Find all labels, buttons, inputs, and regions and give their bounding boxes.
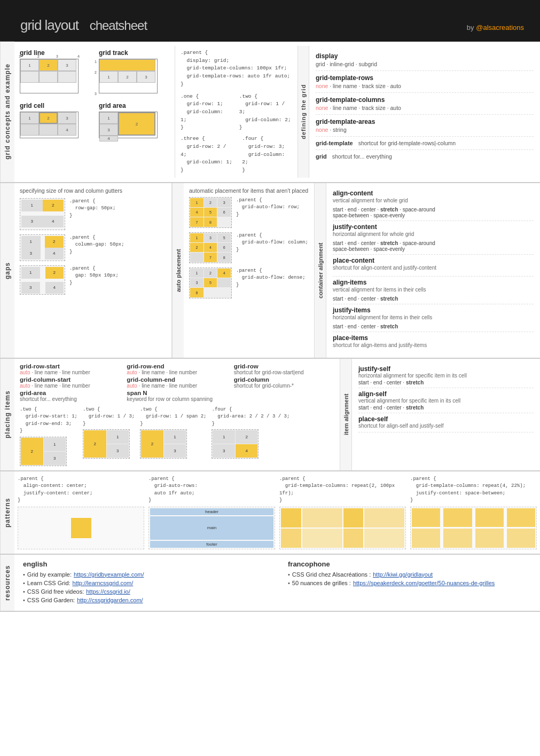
header: grid layout cheatsheet by @alsacreations	[0, 0, 540, 42]
gl-cell	[20, 71, 39, 83]
grid-track-title: grid track	[99, 49, 169, 57]
pattern-1-box	[71, 518, 91, 538]
placing-ex4-code: .four { grid-area: 2 / 2 / 3 / 3;}	[212, 406, 289, 428]
col-gap-example: 1 2 3 4 .parent { column-gap: 50px;}	[20, 234, 166, 261]
grid-col-end-vals: auto · line name · line number	[127, 383, 227, 389]
code-three: .three { grid-row: 2 / 4; grid-column: 1…	[181, 135, 233, 175]
section-label-patterns: patterns	[0, 471, 14, 554]
gaps-title: specifying size of row and column gutter…	[20, 187, 166, 194]
align-items-desc: vertical alignment for items in their ce…	[333, 287, 534, 293]
code-one-two: .one { grid-row: 1; grid-column: 1; } .t…	[181, 93, 292, 132]
grid-row-end-vals: auto · line name · line number	[127, 369, 227, 375]
place-items-row: place-items shortcut for align-items and…	[333, 332, 534, 353]
grid-col-desc: shortcut for grid-column-*	[234, 383, 334, 389]
justify-items-title: justify-items	[333, 306, 534, 314]
align-items-title: align-items	[333, 279, 534, 286]
res-link-gridbyexample: Grid by example: https://gridbyexample.c…	[23, 571, 267, 578]
grid-row-desc: shortcut for grid-row-start|end	[234, 369, 334, 375]
grid-col-prop: grid-column shortcut for grid-column-*	[234, 376, 334, 389]
gl-cell	[58, 71, 76, 83]
grid-row-prop: grid-row shortcut for grid-row-start|end	[234, 363, 334, 375]
top-demos: grid line 1 2 3 1 2 3	[20, 49, 169, 93]
span-n-title: span N	[127, 390, 227, 396]
placing-ex2-visual: 1 2 3	[83, 429, 130, 459]
justify-self-values: start · end · center · stretch	[358, 380, 534, 385]
res-link-speakerdeck: 50 nuances de grilles : https://speakerd…	[288, 580, 531, 586]
gaps-content: specifying size of row and column gutter…	[14, 183, 172, 358]
grid-track-visual: 1 2 3 1 2 3	[99, 59, 158, 93]
gtc-values: none · line name · track size · auto	[316, 105, 534, 111]
gt-desc: shortcut for grid-template-rows|-column	[358, 140, 456, 146]
res-link-learncssgrid: Learn CSS Grid: http://learncssgrid.com/	[23, 580, 267, 586]
cssgridgarden-link[interactable]: http://cssgridgarden.com/	[77, 597, 143, 603]
place-items-desc: shortcut for align-items and justify-ite…	[333, 342, 534, 348]
section-label-item-align: item alignment	[340, 359, 352, 470]
kiwi-link[interactable]: http://kiwi.gg/gridlayout	[373, 571, 433, 578]
gtr-title: grid-template-rows	[316, 74, 534, 82]
grid-track-demo: grid track 1 2 3 1 2 3	[99, 49, 169, 93]
author-link[interactable]: @alsacreations	[476, 23, 524, 32]
align-content-title: align-content	[333, 190, 534, 197]
res-link-cssgridio: CSS Grid free videos: https://cssgrid.io…	[23, 588, 267, 595]
place-items-title: place-items	[333, 334, 534, 342]
align-self-values: start · end · center · stretch	[358, 405, 534, 411]
auto-row-visual: 1 2 3 4 5 6 7 8	[189, 197, 232, 228]
placing-code-examples: .two { grid-row-start: 1; grid-row-end: …	[20, 406, 334, 466]
align-self-row: align-self vertical alignment for specif…	[358, 388, 534, 413]
grid-row-title: grid-row	[234, 363, 334, 369]
placing-ex4-visual: 1 2 3 4	[212, 429, 259, 459]
def-grid-row: grid shortcut for... everything	[316, 153, 534, 160]
display-title: display	[316, 52, 534, 60]
row-gap-example: 1 2 3 4 .parent { row-gap: 50px;}	[20, 198, 166, 230]
grid-area-desc: shortcut for... everything	[20, 396, 120, 402]
section-label-resources: resources	[0, 555, 14, 611]
g-key: grid	[316, 153, 327, 160]
page-title: grid layout cheatsheet	[16, 10, 147, 35]
justify-items-values: start · end · center · stretch	[333, 324, 534, 329]
gap-example: 1 2 3 4 .parent { gap: 50px 10px;}	[20, 265, 166, 295]
speakerdeck-link[interactable]: https://speakerdeck.com/goetter/50-nuanc…	[353, 580, 495, 586]
grid-cell-visual: 1 2 3 4	[20, 112, 79, 138]
place-content-row: place-content shortcut for align-content…	[333, 255, 534, 277]
grid-line-title: grid line	[20, 49, 90, 57]
col-gap-code: .parent { column-gap: 50px;}	[69, 234, 124, 256]
placing-content: grid-row-start auto · line name · line n…	[14, 359, 340, 470]
item-alignment-content: justify-self horizontal alignment for sp…	[352, 359, 540, 470]
container-alignment-content: align-content vertical alignment for who…	[326, 183, 540, 358]
gtr-values: none · line name · track size · auto	[316, 83, 534, 89]
pattern-3-code: .parent { grid-template-columns: repeat(…	[279, 476, 406, 505]
grid-col-start-vals: auto · line name · line number	[20, 383, 120, 389]
gl-cell: 3	[58, 59, 76, 71]
place-self-title: place-self	[358, 415, 534, 423]
grid-row-start-title: grid-row-start	[20, 363, 120, 369]
code-parent: .parent { display: grid; grid-template-c…	[181, 49, 292, 89]
header-title-group: grid layout cheatsheet	[16, 10, 147, 35]
pattern-4: .parent { grid-template-columns: repeat(…	[410, 476, 537, 549]
cssgridio-link[interactable]: https://cssgrid.io/	[86, 588, 130, 595]
learncssgrid-link[interactable]: http://learncssgrid.com/	[73, 580, 134, 586]
placing-ex2: .two { grid-row: 1 / 3;} 1 2 3	[83, 406, 135, 466]
grid-row-end-prop: grid-row-end auto · line name · line num…	[127, 363, 227, 375]
justify-self-row: justify-self horizontal alignment for sp…	[358, 363, 534, 388]
code-two-a: .two { grid-row: 1 / 3; grid-column: 2; …	[239, 93, 292, 132]
def-grid: grid shortcut for... everything	[316, 150, 534, 163]
placing-ex4: .four { grid-area: 2 / 2 / 3 / 3;} 1 2 3…	[212, 406, 289, 466]
def-grid-template-areas: grid-template-areas none · string	[316, 115, 534, 137]
auto-dense-example: 1 2 4 3 5 6 .parent { grid-auto-flow: de…	[189, 267, 309, 298]
def-special-row: grid-template shortcut for grid-template…	[316, 140, 534, 146]
gtc-title: grid-template-columns	[316, 96, 534, 104]
code-examples: .parent { display: grid; grid-template-c…	[175, 46, 298, 178]
resources-francophone: francophone CSS Grid chez Alsacréations …	[288, 560, 531, 605]
grid-row-start-prop: grid-row-start auto · line name · line n…	[20, 363, 120, 375]
grid-col-start-title: grid-column-start	[20, 376, 120, 383]
placing-ex1-code: .two { grid-row-start: 1; grid-row-end: …	[20, 406, 77, 435]
placing-ex3: .two { grid-row: 1 / span 2;} 1 2 3	[140, 406, 206, 466]
justify-content-title: justify-content	[333, 223, 534, 231]
pattern-3: .parent { grid-template-columns: repeat(…	[279, 476, 406, 549]
resources-english: english Grid by example: https://gridbye…	[23, 560, 267, 605]
def-grid-template: grid-template shortcut for grid-template…	[316, 137, 534, 150]
gridbyexample-link[interactable]: https://gridbyexample.com/	[74, 571, 144, 578]
section-label-gaps: gaps	[0, 183, 14, 358]
pattern-1: .parent { align-content: center; justify…	[18, 476, 144, 549]
grid-track-grid: 1 2 3	[99, 59, 158, 93]
